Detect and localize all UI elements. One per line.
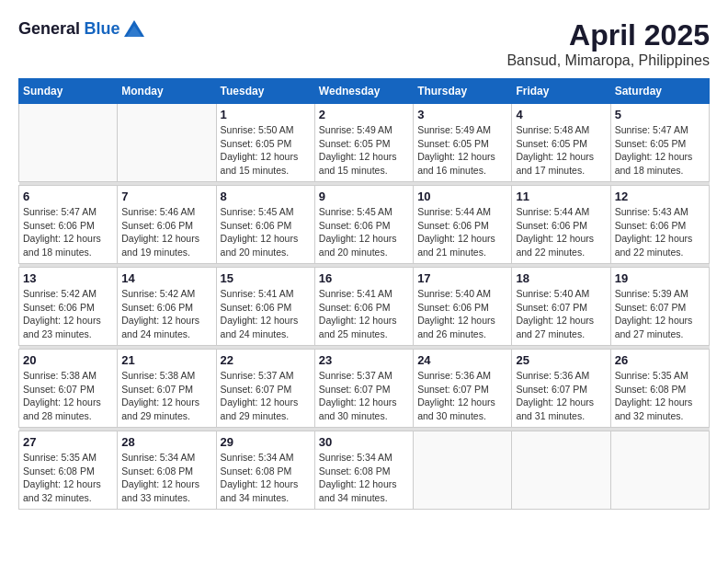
day-number: 1 <box>221 108 311 121</box>
day-info: Sunrise: 5:42 AM Sunset: 6:06 PM Dayligh… <box>23 287 113 341</box>
calendar-cell: 19Sunrise: 5:39 AM Sunset: 6:07 PM Dayli… <box>610 268 709 346</box>
day-number: 22 <box>221 353 311 367</box>
calendar-cell: 28Sunrise: 5:34 AM Sunset: 6:08 PM Dayli… <box>118 431 216 510</box>
calendar-cell: 2Sunrise: 5:49 AM Sunset: 6:05 PM Daylig… <box>314 104 413 182</box>
day-number: 26 <box>615 353 705 367</box>
day-info: Sunrise: 5:44 AM Sunset: 6:06 PM Dayligh… <box>516 205 606 259</box>
day-number: 17 <box>417 271 507 285</box>
day-number: 29 <box>221 435 311 449</box>
calendar-cell <box>610 431 709 510</box>
calendar-week-row-2: 6Sunrise: 5:47 AM Sunset: 6:06 PM Daylig… <box>19 186 710 264</box>
day-info: Sunrise: 5:34 AM Sunset: 6:08 PM Dayligh… <box>121 451 211 505</box>
weekday-header-thursday: Thursday <box>414 79 512 104</box>
day-info: Sunrise: 5:49 AM Sunset: 6:05 PM Dayligh… <box>417 123 507 178</box>
day-info: Sunrise: 5:46 AM Sunset: 6:06 PM Dayligh… <box>121 205 211 259</box>
weekday-header-sunday: Sunday <box>19 79 118 104</box>
day-number: 9 <box>319 190 409 203</box>
calendar-cell: 15Sunrise: 5:41 AM Sunset: 6:06 PM Dayli… <box>216 268 314 346</box>
logo-general-text: General <box>18 19 80 38</box>
day-info: Sunrise: 5:41 AM Sunset: 6:06 PM Dayligh… <box>221 287 311 341</box>
day-info: Sunrise: 5:37 AM Sunset: 6:07 PM Dayligh… <box>319 369 409 423</box>
calendar-cell: 26Sunrise: 5:35 AM Sunset: 6:08 PM Dayli… <box>610 350 709 428</box>
day-info: Sunrise: 5:48 AM Sunset: 6:05 PM Dayligh… <box>516 123 606 178</box>
day-info: Sunrise: 5:36 AM Sunset: 6:07 PM Dayligh… <box>516 369 606 423</box>
day-number: 14 <box>121 271 211 285</box>
logo-icon-svg <box>124 18 144 39</box>
calendar-cell: 21Sunrise: 5:38 AM Sunset: 6:07 PM Dayli… <box>118 350 216 428</box>
calendar-cell: 22Sunrise: 5:37 AM Sunset: 6:07 PM Dayli… <box>216 350 314 428</box>
month-title: April 2025 <box>506 18 710 52</box>
calendar-week-row-1: 1Sunrise: 5:50 AM Sunset: 6:05 PM Daylig… <box>19 104 710 182</box>
calendar-cell: 25Sunrise: 5:36 AM Sunset: 6:07 PM Dayli… <box>512 350 610 428</box>
weekday-header-monday: Monday <box>118 79 216 104</box>
day-number: 27 <box>23 435 113 449</box>
day-info: Sunrise: 5:34 AM Sunset: 6:08 PM Dayligh… <box>319 451 409 505</box>
calendar-header-row: SundayMondayTuesdayWednesdayThursdayFrid… <box>19 79 710 104</box>
day-info: Sunrise: 5:38 AM Sunset: 6:07 PM Dayligh… <box>23 369 113 423</box>
calendar-cell: 12Sunrise: 5:43 AM Sunset: 6:06 PM Dayli… <box>610 186 709 264</box>
calendar-cell: 10Sunrise: 5:44 AM Sunset: 6:06 PM Dayli… <box>414 186 512 264</box>
logo: General Blue <box>18 18 144 39</box>
calendar-cell: 24Sunrise: 5:36 AM Sunset: 6:07 PM Dayli… <box>414 350 512 428</box>
calendar-week-row-3: 13Sunrise: 5:42 AM Sunset: 6:06 PM Dayli… <box>19 268 710 346</box>
day-number: 4 <box>516 108 606 121</box>
day-number: 15 <box>221 271 311 285</box>
day-number: 25 <box>516 353 606 367</box>
weekday-header-tuesday: Tuesday <box>216 79 314 104</box>
day-info: Sunrise: 5:43 AM Sunset: 6:06 PM Dayligh… <box>615 205 705 259</box>
calendar-cell: 30Sunrise: 5:34 AM Sunset: 6:08 PM Dayli… <box>314 431 413 510</box>
calendar-week-row-4: 20Sunrise: 5:38 AM Sunset: 6:07 PM Dayli… <box>19 350 710 428</box>
calendar-cell: 18Sunrise: 5:40 AM Sunset: 6:07 PM Dayli… <box>512 268 610 346</box>
calendar-cell: 13Sunrise: 5:42 AM Sunset: 6:06 PM Dayli… <box>19 268 118 346</box>
day-info: Sunrise: 5:40 AM Sunset: 6:07 PM Dayligh… <box>516 287 606 341</box>
day-info: Sunrise: 5:39 AM Sunset: 6:07 PM Dayligh… <box>615 287 705 341</box>
calendar-cell: 16Sunrise: 5:41 AM Sunset: 6:06 PM Dayli… <box>314 268 413 346</box>
day-number: 8 <box>221 190 311 203</box>
calendar-cell: 1Sunrise: 5:50 AM Sunset: 6:05 PM Daylig… <box>216 104 314 182</box>
day-number: 2 <box>319 108 409 121</box>
day-info: Sunrise: 5:47 AM Sunset: 6:06 PM Dayligh… <box>23 205 113 259</box>
day-info: Sunrise: 5:34 AM Sunset: 6:08 PM Dayligh… <box>221 451 311 505</box>
day-number: 18 <box>516 271 606 285</box>
logo-blue-text: Blue <box>85 19 120 38</box>
title-section: April 2025 Bansud, Mimaropa, Philippines <box>506 18 710 69</box>
day-info: Sunrise: 5:36 AM Sunset: 6:07 PM Dayligh… <box>417 369 507 423</box>
calendar-cell <box>414 431 512 510</box>
weekday-header-saturday: Saturday <box>610 79 709 104</box>
weekday-header-wednesday: Wednesday <box>314 79 413 104</box>
weekday-header-friday: Friday <box>512 79 610 104</box>
day-number: 24 <box>417 353 507 367</box>
calendar-cell: 6Sunrise: 5:47 AM Sunset: 6:06 PM Daylig… <box>19 186 118 264</box>
day-info: Sunrise: 5:45 AM Sunset: 6:06 PM Dayligh… <box>319 205 409 259</box>
location-title: Bansud, Mimaropa, Philippines <box>506 52 710 69</box>
calendar-cell: 20Sunrise: 5:38 AM Sunset: 6:07 PM Dayli… <box>19 350 118 428</box>
calendar-cell: 8Sunrise: 5:45 AM Sunset: 6:06 PM Daylig… <box>216 186 314 264</box>
day-number: 11 <box>516 190 606 203</box>
calendar-cell: 14Sunrise: 5:42 AM Sunset: 6:06 PM Dayli… <box>118 268 216 346</box>
day-info: Sunrise: 5:49 AM Sunset: 6:05 PM Dayligh… <box>319 123 409 178</box>
day-info: Sunrise: 5:47 AM Sunset: 6:05 PM Dayligh… <box>615 123 705 178</box>
calendar-cell: 5Sunrise: 5:47 AM Sunset: 6:05 PM Daylig… <box>610 104 709 182</box>
day-number: 23 <box>319 353 409 367</box>
calendar-cell: 27Sunrise: 5:35 AM Sunset: 6:08 PM Dayli… <box>19 431 118 510</box>
calendar-week-row-5: 27Sunrise: 5:35 AM Sunset: 6:08 PM Dayli… <box>19 431 710 510</box>
day-number: 6 <box>23 190 113 203</box>
day-number: 10 <box>417 190 507 203</box>
day-info: Sunrise: 5:50 AM Sunset: 6:05 PM Dayligh… <box>221 123 311 178</box>
calendar-table: SundayMondayTuesdayWednesdayThursdayFrid… <box>18 78 710 510</box>
day-info: Sunrise: 5:35 AM Sunset: 6:08 PM Dayligh… <box>23 451 113 505</box>
calendar-cell: 17Sunrise: 5:40 AM Sunset: 6:06 PM Dayli… <box>414 268 512 346</box>
calendar-cell: 11Sunrise: 5:44 AM Sunset: 6:06 PM Dayli… <box>512 186 610 264</box>
page-header: General Blue April 2025 Bansud, Mimaropa… <box>18 18 710 69</box>
calendar-cell <box>512 431 610 510</box>
day-info: Sunrise: 5:35 AM Sunset: 6:08 PM Dayligh… <box>615 369 705 423</box>
day-number: 13 <box>23 271 113 285</box>
day-number: 12 <box>615 190 705 203</box>
calendar-cell: 29Sunrise: 5:34 AM Sunset: 6:08 PM Dayli… <box>216 431 314 510</box>
day-number: 21 <box>121 353 211 367</box>
day-number: 7 <box>121 190 211 203</box>
day-number: 19 <box>615 271 705 285</box>
calendar-cell: 3Sunrise: 5:49 AM Sunset: 6:05 PM Daylig… <box>414 104 512 182</box>
day-info: Sunrise: 5:38 AM Sunset: 6:07 PM Dayligh… <box>121 369 211 423</box>
day-info: Sunrise: 5:45 AM Sunset: 6:06 PM Dayligh… <box>221 205 311 259</box>
